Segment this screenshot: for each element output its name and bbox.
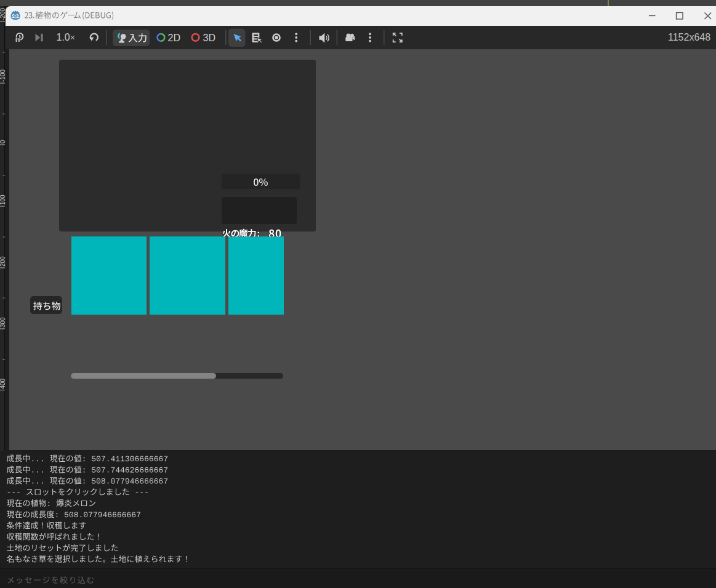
svg-text:100: 100 — [0, 195, 6, 205]
svg-text:-200: -200 — [0, 8, 6, 20]
svg-text:200: 200 — [0, 256, 6, 267]
svg-text:400: 400 — [0, 378, 6, 389]
svg-text:300: 300 — [0, 317, 6, 328]
svg-text:0: 0 — [0, 140, 6, 143]
svg-text:-100: -100 — [0, 70, 6, 82]
